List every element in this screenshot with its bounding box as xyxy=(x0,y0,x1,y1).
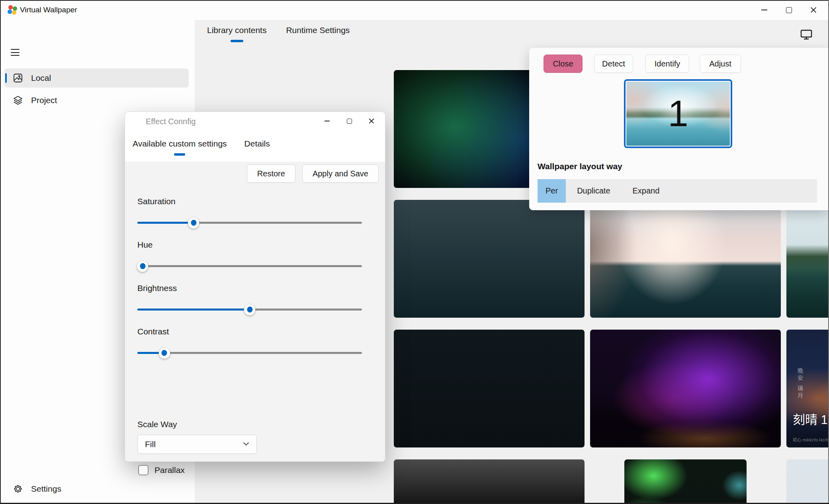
layers-icon xyxy=(13,95,23,105)
app-logo-icon xyxy=(8,5,17,15)
tab-selected-underline xyxy=(174,153,185,156)
minimize-icon xyxy=(325,121,330,121)
sidebar-item-local[interactable]: Local xyxy=(4,68,189,88)
slider-thumb[interactable] xyxy=(158,347,170,359)
slider-track[interactable] xyxy=(137,352,362,354)
dialog-title: Effect Connfig xyxy=(146,117,196,126)
slider-track[interactable] xyxy=(137,265,362,267)
watermark-side-text: 晚安 璃月 xyxy=(796,368,804,400)
dialog-tab-available-custom-settings[interactable]: Available custom settings xyxy=(133,139,227,157)
dialog-tab-bar: Available custom settingsDetails xyxy=(133,139,270,157)
slider-label: Brightness xyxy=(137,283,362,293)
window-title: Virtual Wallpaper xyxy=(20,0,77,20)
wallpaper-lake-dark[interactable] xyxy=(394,200,585,318)
slider-contrast: Contrast xyxy=(137,327,362,354)
slider-track[interactable] xyxy=(137,309,362,311)
scale-way-dropdown[interactable]: Fill xyxy=(137,435,257,454)
selected-indicator xyxy=(5,73,7,83)
sidebar-item-label: Project xyxy=(31,96,57,105)
dialog-minimize-button[interactable] xyxy=(316,112,338,130)
slider-fill xyxy=(137,309,250,311)
wallpaper-pale-desert[interactable] xyxy=(786,459,829,504)
sidebar-nav: LocalProject xyxy=(4,68,189,113)
apply-and-save-button[interactable]: Apply and Save xyxy=(302,164,379,183)
hamburger-menu-button[interactable] xyxy=(11,49,20,56)
layout-way-segmented-control: PerDuplicateExpand xyxy=(538,179,817,203)
layout-way-heading: Wallpaper layout way xyxy=(538,162,622,171)
wallpaper-genshin-night[interactable]: 刻晴 1080p 视频原神 bilibili晚安 璃月初心 miHoYo HoY… xyxy=(786,330,829,447)
wallpaper-hidden-2[interactable] xyxy=(394,330,585,447)
adjust-button[interactable]: Adjust xyxy=(700,55,741,73)
close-button[interactable] xyxy=(801,0,826,20)
slider-hue: Hue xyxy=(137,240,362,267)
parallax-label: Parallax xyxy=(154,465,185,475)
wallpaper-sunrise-lake[interactable] xyxy=(590,200,781,318)
parallax-row: Parallax xyxy=(138,465,185,475)
restore-button[interactable]: Restore xyxy=(247,164,295,183)
tab-selected-underline xyxy=(231,40,243,42)
layout-option-expand[interactable]: Expand xyxy=(622,179,671,203)
slider-thumb[interactable] xyxy=(137,260,149,272)
slider-label: Hue xyxy=(137,240,362,250)
monitor-panel-buttons: CloseDetectIdentifyAdjust xyxy=(544,55,741,73)
effect-config-dialog: Effect Connfig Available custom settings… xyxy=(125,111,385,462)
layout-option-duplicate[interactable]: Duplicate xyxy=(566,179,621,203)
monitor-preview-image: 1 xyxy=(626,82,730,146)
dialog-maximize-button[interactable] xyxy=(338,112,360,130)
sidebar-item-settings[interactable]: Settings xyxy=(4,479,189,498)
title-bar: Virtual Wallpaper xyxy=(0,0,829,20)
dialog-close-button[interactable] xyxy=(360,112,383,130)
sidebar-item-project[interactable]: Project xyxy=(4,91,189,110)
wallpaper-purple-eclipse[interactable] xyxy=(590,330,781,447)
slider-brightness: Brightness xyxy=(137,283,362,311)
gear-icon xyxy=(13,484,23,494)
parallax-checkbox[interactable] xyxy=(138,465,149,475)
monitor-number: 1 xyxy=(626,82,730,146)
video-caption: 刻晴 1080p 视频 xyxy=(793,410,829,428)
dialog-actions: Restore Apply and Save xyxy=(247,164,379,183)
slider-saturation: Saturation xyxy=(137,197,362,224)
monitor-panel: CloseDetectIdentifyAdjust 1 Wallpaper la… xyxy=(529,48,829,210)
scale-way-value: Fill xyxy=(145,440,156,449)
sidebar-item-label: Local xyxy=(31,73,51,83)
wallpaper-bw-mountain[interactable] xyxy=(394,459,585,504)
app-window: Virtual Wallpaper Library contentsRuntim… xyxy=(0,0,829,504)
window-controls xyxy=(752,0,826,20)
dialog-tab-details[interactable]: Details xyxy=(244,139,270,157)
image-icon xyxy=(13,73,23,83)
detect-button[interactable]: Detect xyxy=(594,55,633,73)
slider-label: Saturation xyxy=(137,197,362,206)
slider-thumb[interactable] xyxy=(188,217,199,229)
dialog-body: Restore Apply and Save SaturationHueBrig… xyxy=(125,162,385,461)
scale-way-label: Scale Way xyxy=(137,420,177,429)
close-icon xyxy=(810,7,817,13)
tab-runtime-settings[interactable]: Runtime Settings xyxy=(286,25,350,42)
watermark-credits: 初心 miHoYo HoYo-MiX xyxy=(793,436,829,443)
slider-track[interactable] xyxy=(137,222,362,224)
chevron-down-icon xyxy=(243,442,249,446)
slider-thumb[interactable] xyxy=(244,304,256,315)
maximize-icon xyxy=(786,7,792,13)
layout-option-per[interactable]: Per xyxy=(538,179,566,203)
wallpaper-fluid-green[interactable] xyxy=(624,459,747,504)
maximize-button[interactable] xyxy=(776,0,801,20)
tab-library-contents[interactable]: Library contents xyxy=(207,25,266,42)
monitor-preview[interactable]: 1 xyxy=(624,79,732,148)
minimize-icon xyxy=(761,10,767,10)
dialog-window-controls xyxy=(316,112,383,130)
sidebar-item-label: Settings xyxy=(31,484,61,494)
wallpaper-snow-pines-lake[interactable] xyxy=(786,200,829,318)
slider-label: Contrast xyxy=(137,327,362,336)
identify-button[interactable]: Identify xyxy=(645,55,689,73)
close-icon xyxy=(369,118,374,124)
tab-bar: Library contentsRuntime Settings xyxy=(207,25,350,42)
close-button[interactable]: Close xyxy=(544,55,583,73)
slider-fill xyxy=(137,222,194,224)
maximize-icon xyxy=(347,119,352,124)
minimize-button[interactable] xyxy=(752,0,776,20)
